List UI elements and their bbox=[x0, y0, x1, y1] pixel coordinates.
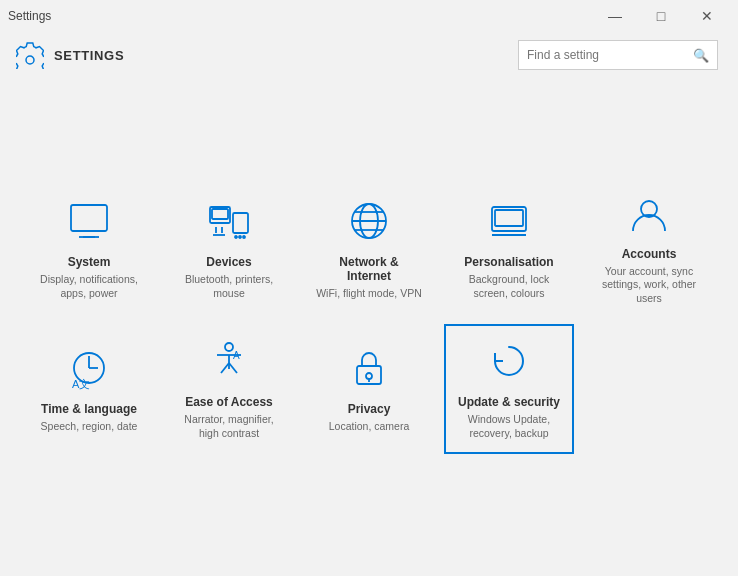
tile-accounts-subtitle: Your account, sync settings, work, other… bbox=[596, 265, 702, 306]
close-button[interactable]: ✕ bbox=[684, 0, 730, 32]
title-bar-label: Settings bbox=[8, 9, 51, 23]
tile-update-security-subtitle: Windows Update, recovery, backup bbox=[456, 413, 562, 440]
svg-point-8 bbox=[235, 236, 237, 238]
title-bar-left: Settings bbox=[0, 9, 51, 23]
svg-point-27 bbox=[225, 343, 233, 351]
tile-update-security-title: Update & security bbox=[458, 395, 560, 409]
tile-privacy-subtitle: Location, camera bbox=[329, 420, 410, 434]
tile-time-language-title: Time & language bbox=[41, 402, 137, 416]
time-language-icon: A文 bbox=[65, 344, 113, 392]
svg-point-0 bbox=[26, 56, 34, 64]
tile-ease-of-access[interactable]: A Ease of AccessNarrator, magnifier, hig… bbox=[164, 324, 294, 454]
title-bar-controls: — □ ✕ bbox=[592, 0, 730, 32]
svg-point-30 bbox=[366, 373, 372, 379]
tile-network[interactable]: Network & InternetWiFi, flight mode, VPN bbox=[304, 184, 434, 314]
search-input[interactable] bbox=[527, 48, 693, 62]
tile-devices-subtitle: Bluetooth, printers, mouse bbox=[176, 273, 282, 300]
tile-accounts[interactable]: AccountsYour account, sync settings, wor… bbox=[584, 184, 714, 314]
tile-system-title: System bbox=[68, 255, 111, 269]
header: SETTINGS 🔍 bbox=[0, 32, 738, 82]
tile-ease-of-access-title: Ease of Access bbox=[185, 395, 273, 409]
accounts-icon bbox=[625, 193, 673, 237]
svg-rect-5 bbox=[233, 213, 248, 233]
grid-container: SystemDisplay, notifications, apps, powe… bbox=[0, 82, 738, 576]
svg-text:A文: A文 bbox=[72, 378, 90, 390]
svg-rect-11 bbox=[212, 209, 228, 219]
personalisation-icon bbox=[485, 197, 533, 245]
tile-devices-title: Devices bbox=[206, 255, 251, 269]
tile-privacy[interactable]: PrivacyLocation, camera bbox=[304, 324, 434, 454]
settings-grid: SystemDisplay, notifications, apps, powe… bbox=[24, 184, 714, 454]
tile-personalisation-subtitle: Background, lock screen, colours bbox=[456, 273, 562, 300]
svg-rect-1 bbox=[71, 205, 107, 231]
update-security-icon bbox=[485, 337, 533, 385]
svg-text:A: A bbox=[233, 350, 240, 361]
header-title: SETTINGS bbox=[54, 48, 124, 63]
network-icon bbox=[345, 197, 393, 245]
svg-rect-20 bbox=[495, 210, 523, 226]
search-box[interactable]: 🔍 bbox=[518, 40, 718, 70]
svg-point-9 bbox=[239, 236, 241, 238]
tile-personalisation[interactable]: PersonalisationBackground, lock screen, … bbox=[444, 184, 574, 314]
svg-point-10 bbox=[243, 236, 245, 238]
tile-accounts-title: Accounts bbox=[622, 247, 677, 261]
system-icon bbox=[65, 197, 113, 245]
ease-of-access-icon: A bbox=[205, 337, 253, 385]
tile-time-language-subtitle: Speech, region, date bbox=[41, 420, 138, 434]
tile-ease-of-access-subtitle: Narrator, magnifier, high contrast bbox=[176, 413, 282, 440]
tile-time-language[interactable]: A文 Time & languageSpeech, region, date bbox=[24, 324, 154, 454]
settings-logo-icon bbox=[16, 41, 44, 69]
title-bar: Settings — □ ✕ bbox=[0, 0, 738, 32]
tile-system[interactable]: SystemDisplay, notifications, apps, powe… bbox=[24, 184, 154, 314]
tile-system-subtitle: Display, notifications, apps, power bbox=[36, 273, 142, 300]
tile-update-security[interactable]: Update & securityWindows Update, recover… bbox=[444, 324, 574, 454]
tile-network-subtitle: WiFi, flight mode, VPN bbox=[316, 287, 422, 301]
maximize-button[interactable]: □ bbox=[638, 0, 684, 32]
minimize-button[interactable]: — bbox=[592, 0, 638, 32]
devices-icon bbox=[205, 197, 253, 245]
privacy-icon bbox=[345, 344, 393, 392]
header-left: SETTINGS bbox=[16, 41, 124, 69]
settings-window: Settings — □ ✕ SETTINGS 🔍 SystemDisplay,… bbox=[0, 0, 738, 576]
tile-devices[interactable]: DevicesBluetooth, printers, mouse bbox=[164, 184, 294, 314]
tile-privacy-title: Privacy bbox=[348, 402, 391, 416]
tile-network-title: Network & Internet bbox=[316, 255, 422, 283]
search-icon: 🔍 bbox=[693, 48, 709, 63]
tile-personalisation-title: Personalisation bbox=[464, 255, 553, 269]
